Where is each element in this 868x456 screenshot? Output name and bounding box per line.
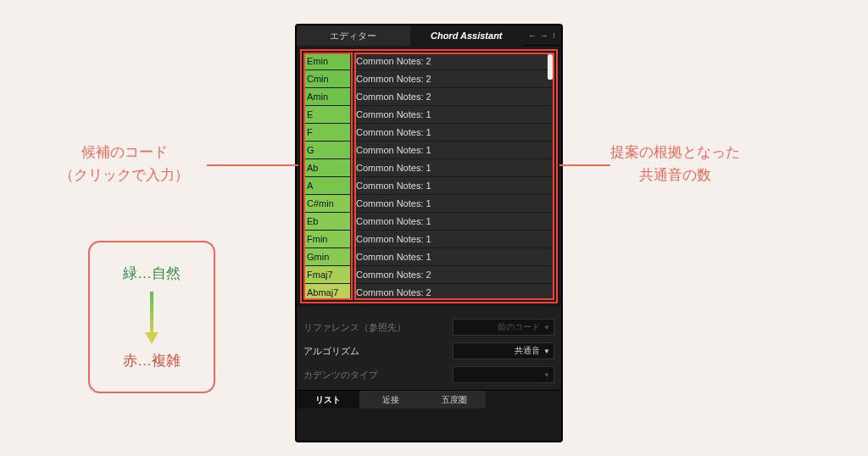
chord-name-cell[interactable]: G [303,142,351,158]
chord-desc-cell: Common Notes: 2 [351,53,554,70]
chord-name-cell[interactable]: E [303,106,351,123]
algorithm-label: アルゴリズム [303,345,453,358]
control-cadence: カデンツのタイプ ▼ [303,363,554,386]
tab-list[interactable]: リスト [297,391,359,409]
tab-editor[interactable]: エディター [297,25,410,46]
annotation-left-connector [207,164,298,166]
chord-name-cell[interactable]: Ab [303,159,351,176]
chord-desc-cell: Common Notes: 1 [351,248,554,265]
chord-row: EminCommon Notes: 2 [303,53,554,70]
tab-chord-assistant[interactable]: Chord Assistant [410,25,524,46]
chord-row: FminCommon Notes: 1 [303,231,554,248]
legend-green-label: 緑…自然 [123,264,181,283]
chord-name-cell[interactable]: C#min [303,195,351,212]
nav-back-icon[interactable]: ← [528,31,537,40]
chord-desc-cell: Common Notes: 1 [351,106,554,123]
scrollbar[interactable] [548,54,553,80]
annotation-right-line1: 提案の根拠となった [610,141,740,164]
reference-select[interactable]: 前のコード ▼ [453,319,554,336]
chord-name-cell[interactable]: Eb [303,213,351,230]
chord-row: Fmaj7Common Notes: 2 [303,266,554,284]
annotation-right-connector [559,164,610,166]
chord-row: AbCommon Notes: 1 [303,159,554,177]
chord-desc-cell: Common Notes: 1 [351,195,554,212]
legend-arrow [150,292,153,342]
chord-row: GminCommon Notes: 1 [303,248,554,266]
arrow-head-icon [145,332,159,344]
chord-name-cell[interactable]: A [303,177,351,194]
chord-name-cell[interactable]: Amin [303,88,351,105]
chord-name-cell[interactable]: Fmaj7 [303,266,351,283]
chord-list-highlight: EminCommon Notes: 2CminCommon Notes: 2Am… [300,49,558,303]
chord-desc-cell: Common Notes: 2 [351,88,554,105]
chord-desc-cell: Common Notes: 1 [351,142,554,158]
tab-proximity[interactable]: 近接 [359,391,422,409]
algorithm-select[interactable]: 共通音 ▼ [453,342,554,359]
chord-row: C#minCommon Notes: 1 [303,195,554,213]
color-legend: 緑…自然 赤…複雑 [88,241,215,393]
chevron-down-icon: ▼ [543,371,550,379]
cadence-select[interactable]: ▼ [453,366,554,383]
chord-desc-cell: Common Notes: 2 [351,70,554,87]
reference-value: 前のコード [498,321,540,333]
chord-row: FCommon Notes: 1 [303,124,554,142]
annotation-right-line2: 共通音の数 [610,164,740,186]
chord-desc-cell: Common Notes: 1 [351,177,554,194]
top-icon-group: ← → ↕ [523,31,561,40]
chord-desc-cell: Common Notes: 1 [351,159,554,176]
annotation-left: 候補のコード （クリックで入力） [59,141,189,186]
chord-row: CminCommon Notes: 2 [303,70,554,88]
top-tab-bar: エディター Chord Assistant ← → ↕ [297,25,561,46]
chevron-down-icon: ▼ [543,348,550,355]
expand-icon[interactable]: ↕ [552,31,556,40]
chord-desc-cell: Common Notes: 2 [351,284,554,300]
chord-desc-cell: Common Notes: 1 [351,231,554,247]
chord-row: GCommon Notes: 1 [303,142,554,159]
chord-name-cell[interactable]: Cmin [303,70,351,87]
chord-name-cell[interactable]: Abmaj7 [303,284,351,300]
chord-desc-cell: Common Notes: 1 [351,124,554,141]
chevron-down-icon: ▼ [543,324,550,331]
chord-row: EbCommon Notes: 1 [303,213,554,231]
chord-row: ACommon Notes: 1 [303,177,554,195]
control-algorithm: アルゴリズム 共通音 ▼ [303,339,554,363]
annotation-left-line2: （クリックで入力） [59,164,189,186]
chord-name-cell[interactable]: Fmin [303,231,351,247]
cadence-label: カデンツのタイプ [303,369,453,381]
nav-forward-icon[interactable]: → [540,31,548,40]
chord-desc-cell: Common Notes: 2 [351,266,554,283]
annotation-left-line1: 候補のコード [59,141,189,164]
chord-row: AminCommon Notes: 2 [303,88,554,106]
control-reference: リファレンス（参照先） 前のコード ▼ [303,315,554,339]
chord-list: EminCommon Notes: 2CminCommon Notes: 2Am… [303,53,554,300]
algorithm-value: 共通音 [515,345,540,357]
chord-row: ECommon Notes: 1 [303,106,554,124]
legend-red-label: 赤…複雑 [123,351,181,370]
chord-row: Abmaj7Common Notes: 2 [303,284,554,300]
chord-name-cell[interactable]: Gmin [303,248,351,265]
chord-assistant-panel: エディター Chord Assistant ← → ↕ EminCommon N… [295,24,563,442]
tab-circle-of-fifths[interactable]: 五度圏 [423,391,486,409]
bottom-spacer [486,391,561,409]
bottom-tab-bar: リスト 近接 五度圏 [297,390,561,409]
controls-area: リファレンス（参照先） 前のコード ▼ アルゴリズム 共通音 ▼ カデンツのタイ… [297,307,561,390]
reference-label: リファレンス（参照先） [303,321,453,334]
chord-desc-cell: Common Notes: 1 [351,213,554,230]
arrow-body [150,292,153,334]
annotation-right: 提案の根拠となった 共通音の数 [610,141,740,186]
chord-name-cell[interactable]: F [303,124,351,141]
chord-name-cell[interactable]: Emin [303,53,351,70]
